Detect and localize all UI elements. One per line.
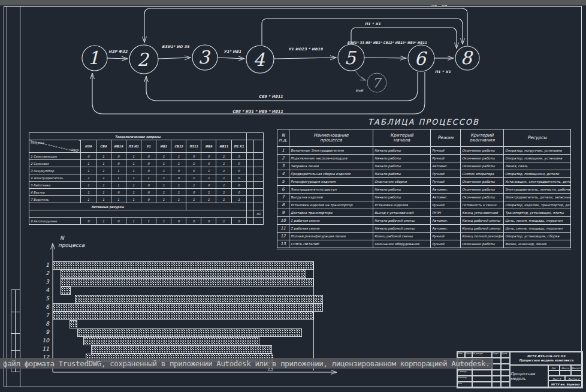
titleblock-header-cell: Изм.: [457, 352, 465, 358]
matrix-cell: 1: [216, 160, 231, 167]
process-cell: Конец полной реконфиг.: [461, 233, 504, 240]
process-row: 7Выгрузка изделияНачало работыАвтомат.Ок…: [277, 194, 571, 201]
matrix-cell: 0: [201, 182, 216, 189]
titleblock-role-cell: Н.контр.: [457, 376, 472, 382]
matrix-cell: 1: [216, 153, 231, 160]
matrix-cell: П1: [253, 210, 263, 218]
matrix-cell: 1: [81, 167, 96, 174]
edge-1-2: [107, 58, 128, 59]
process-cell: 2 рабочая смена: [289, 225, 373, 233]
process-cell: Ручной: [431, 170, 461, 178]
process-cell: Автомат.: [431, 225, 461, 233]
matrix-cell: [253, 153, 263, 160]
matrix-cell: 0: [186, 218, 201, 225]
matrix-cell: [246, 210, 253, 218]
edge-label-4-5: У1 ИО23 * ИВ19: [288, 47, 323, 51]
matrix-cell: 0: [231, 167, 246, 174]
matrix-cell: 0: [186, 189, 201, 196]
matrix-cell: 1: [126, 218, 141, 225]
matrix-cell: 1: [171, 182, 186, 189]
matrix-cell: [253, 174, 263, 182]
process-cell: Окончание работы: [461, 178, 504, 186]
titleblock-date-cell: [501, 382, 510, 388]
process-cell: Окончание работы: [461, 186, 504, 194]
matrix-cell: ИВ9: [201, 140, 216, 153]
titleblock-sign-cell: [492, 382, 501, 388]
process-row: 12Полная реконфигурация линииКонец рабоч…: [277, 233, 571, 240]
titleblock-date-cell: [501, 370, 510, 376]
node-label: 4: [253, 49, 265, 70]
matrix-cell: 1: [81, 182, 96, 189]
titleblock-organization: МГТУ им. БауманаГруппа ИУ5-11Б: [548, 381, 582, 388]
process-cell: Предварительная сборка изделия: [289, 170, 373, 178]
process-cell: Доставка транспортера: [289, 209, 373, 217]
process-cell: Начало рабочей смены: [373, 217, 431, 225]
gantt-row-number: 5: [40, 295, 49, 302]
process-cell: 12: [277, 233, 289, 240]
process-cell: Начало работы: [373, 170, 431, 178]
gantt-bar: [61, 278, 313, 287]
matrix-cell: [246, 133, 263, 140]
process-cell: Цель, линия, площадь, персонал: [504, 217, 571, 225]
titleblock-lit-label: Лит.: [548, 365, 560, 370]
gantt-row-number: 10: [40, 337, 49, 344]
matrix-cell: 0: [171, 218, 186, 225]
matrix-cell: 1: [81, 189, 96, 196]
node-label: 7: [372, 76, 382, 91]
titleblock-scale-value: [571, 370, 582, 376]
process-cell: Окончание работы: [461, 147, 504, 155]
matrix-cell: 1: [96, 189, 111, 196]
matrix-cell: 1: [201, 196, 216, 203]
matrix-cell: 1: [231, 196, 246, 203]
doc-code-line1: МГТУ.ИУ5-11Б.021.ПЗ: [511, 354, 582, 358]
cad-drawing-viewport[interactable]: 1 2 3 4 5 6 7 8 НЗР ФЗ2 ВЗИ1* ИО З5 У1* …: [0, 0, 586, 392]
matrix-cell: 3 Аккумулятор: [29, 167, 81, 174]
titleblock-sheet-count: Листов 4: [565, 376, 582, 381]
gantt-bar: [91, 345, 271, 354]
matrix-cell: [253, 140, 263, 153]
titleblock-header-cell: № докум.: [472, 352, 492, 358]
process-cell: Начало работы: [373, 186, 431, 194]
process-cell: Включение Электродвигателя: [289, 147, 373, 155]
matrix-cell: 1: [96, 174, 111, 182]
titleblock-date-cell: [501, 364, 510, 370]
edge-label-3-4: У1* ИВ1: [223, 49, 241, 53]
titleblock-sheet-number: Лист 1: [548, 376, 565, 381]
trusteddwg-status-bar: файл формата TrustedDWG, сохраненный в п…: [0, 358, 493, 369]
table-row: 6 Вахтер11010110110: [29, 189, 264, 196]
titleblock-header-cell: Лист: [465, 352, 472, 358]
gantt-row-number: 8: [40, 320, 49, 327]
edge-4-5: [274, 58, 336, 59]
matrix-cell: 0: [81, 153, 96, 160]
matrix-cell: 1: [81, 196, 96, 203]
matrix-cell: 1: [126, 167, 141, 174]
titleblock-role-cell: Утв.: [457, 382, 472, 388]
titleblock-scale-label: Масштаб: [571, 365, 582, 370]
process-cell: Начало работы: [373, 147, 431, 155]
process-cell: Ручной: [431, 240, 461, 249]
table-row: 4 Электродвигатель11111101110: [29, 174, 264, 182]
process-cell: Выезд с установочной: [373, 209, 431, 217]
matrix-cell: 1: [186, 196, 201, 203]
matrix-cell: 0: [186, 153, 201, 160]
process-cell: 3: [277, 162, 289, 170]
process-cell: Оператор, установщик, сборка: [504, 233, 571, 240]
matrix-cell: 1: [126, 174, 141, 182]
process-cell: Начало рабочей смены: [373, 225, 431, 233]
gantt-row-number: 11: [40, 345, 49, 352]
process-row: 101 рабочая сменаНачало рабочей сменыАвт…: [277, 217, 571, 225]
matrix-cell: Активные ресурсы: [29, 203, 186, 210]
matrix-corner-bottom: Опер.: [70, 148, 79, 152]
process-column-header: Критерийокончания: [461, 129, 504, 147]
process-cell: Окончание сборки: [373, 178, 431, 186]
edge-label-2-3: ВЗИ1* ИО З5: [162, 44, 190, 49]
gantt-bar: [75, 295, 323, 303]
matrix-cell: 0: [231, 218, 246, 225]
matrix-cell: 1: [216, 189, 231, 196]
process-cell: Реконфигурация изделия: [289, 178, 373, 186]
doc-code-line2: Процессная модель комплекса: [511, 358, 582, 363]
process-row: 1Включение ЭлектродвигателяНачало работы…: [277, 147, 571, 155]
process-cell: Оператор, помощники, детали: [504, 170, 571, 178]
matrix-cell: П1 Х1: [231, 140, 246, 153]
titleblock-mass-label: Масса: [560, 365, 571, 370]
